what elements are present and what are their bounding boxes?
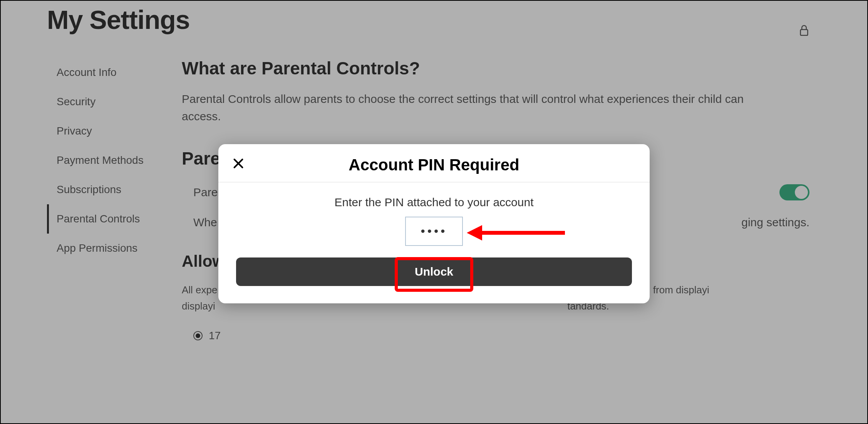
modal-overlay: Account PIN Required Enter the PIN attac…: [1, 1, 867, 423]
unlock-button[interactable]: Unlock: [236, 257, 632, 286]
pin-input[interactable]: [405, 217, 463, 246]
pin-modal: Account PIN Required Enter the PIN attac…: [218, 144, 650, 303]
modal-instruction: Enter the PIN attached to your account: [234, 196, 634, 209]
close-icon[interactable]: [231, 156, 245, 172]
modal-title: Account PIN Required: [234, 156, 634, 174]
